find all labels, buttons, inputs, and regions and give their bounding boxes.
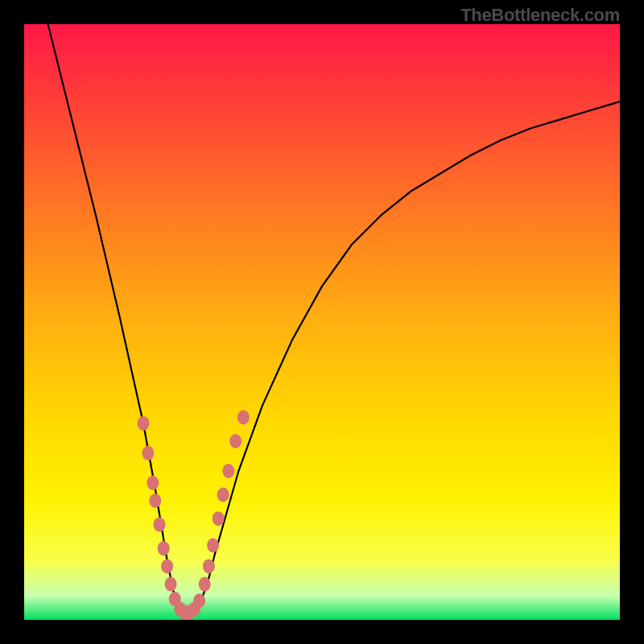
watermark-text: TheBottleneck.com bbox=[460, 5, 620, 26]
svg-rect-0 bbox=[24, 24, 620, 620]
plot-area bbox=[24, 24, 620, 620]
chart-container: TheBottleneck.com bbox=[0, 0, 644, 644]
background-gradient bbox=[24, 24, 620, 620]
